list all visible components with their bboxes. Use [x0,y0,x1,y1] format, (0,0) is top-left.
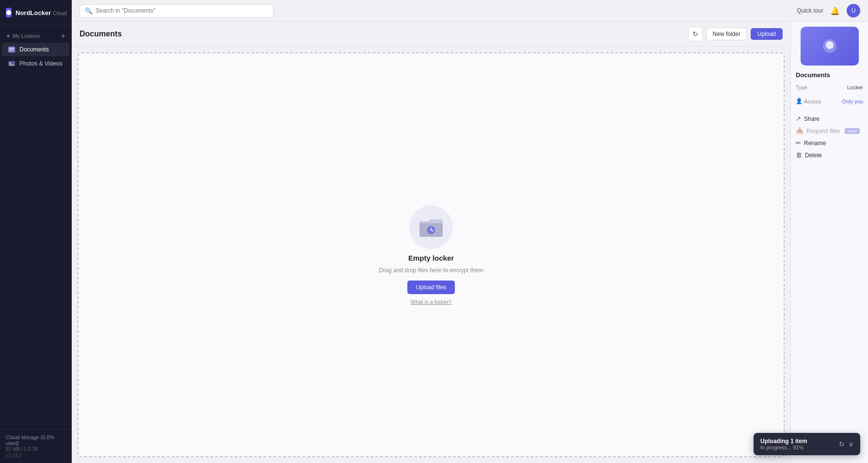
documents-icon [8,46,16,53]
rename-action[interactable]: ✏ Rename [796,138,863,148]
sidebar-footer: Cloud storage (0.0% used) 52 MB / 1.0 TB… [0,429,71,463]
share-label: Share [804,116,820,122]
rename-label: Rename [804,140,826,147]
toast-actions[interactable]: ↻ ∨ [839,440,853,448]
app-logo: NordLockerCloud [0,0,71,26]
request-files-action: 📥 Request files Soon [796,126,863,135]
toast-title: Uploading 1 item [760,438,834,445]
storage-info: Cloud storage (0.0% used) [6,434,65,446]
empty-subtitle: Drag and drop files here to encrypt them [379,267,483,274]
delete-action[interactable]: 🗑 Delete [796,150,863,160]
right-panel: Documents Type Locker 👤 Access Only you [790,22,868,463]
panel-type-row: Type Locker [796,84,863,90]
version-label: v3.14.2 [6,453,65,458]
type-value: Locker [847,84,863,90]
delete-icon: 🗑 [796,151,802,159]
upload-toast: Uploading 1 item In progress... 91% ↻ ∨ [754,433,860,455]
avatar[interactable]: U [847,4,860,17]
folder-icon-wrap [409,205,453,249]
quick-tour-button[interactable]: Quick tour [797,7,823,14]
search-box[interactable]: 🔍 [80,4,273,17]
type-label: Type [796,84,807,90]
request-files-label: Request files [806,128,840,134]
locker-thumbnail [801,27,859,66]
panel-title: Documents [796,71,863,79]
request-files-icon: 📥 [796,127,804,134]
empty-folder-icon [418,215,444,240]
upload-files-button[interactable]: Upload files [407,281,455,294]
delete-label: Delete [805,152,822,159]
svg-rect-2 [9,50,13,50]
my-lockers-header[interactable]: ▼ My Lockers + [0,30,71,42]
add-locker-button[interactable]: + [61,32,65,40]
refresh-button[interactable]: ↻ [688,27,703,41]
toast-expand-icon[interactable]: ∨ [849,440,853,448]
rename-icon: ✏ [796,139,801,147]
notifications-icon[interactable]: 🔔 [830,6,840,16]
sidebar-item-photos[interactable]: Photos & Videos [2,57,69,70]
sidebar: NordLockerCloud ▼ My Lockers + Documents [0,0,72,463]
photos-icon [8,60,16,67]
share-action[interactable]: ↗ Share [796,114,863,123]
storage-detail: 52 MB / 1.0 TB [6,446,65,452]
share-icon: ↗ [796,115,801,122]
new-folder-button[interactable]: New folder [707,28,747,40]
panel-access-row: 👤 Access Only you [796,98,863,104]
access-label: Access [804,99,821,104]
empty-title: Empty locker [408,254,454,262]
drop-zone[interactable]: Empty locker Drag and drop files here to… [78,52,785,457]
access-value: Only you [842,99,863,104]
file-browser-header: Documents ↻ New folder Upload [72,22,790,47]
my-lockers-section: ▼ My Lockers + Documents [0,26,71,75]
my-lockers-label: My Lockers [13,33,40,39]
topbar: 🔍 Quick tour 🔔 U [72,0,868,22]
main-area: 🔍 Quick tour 🔔 U Documents ↻ New folder … [72,0,868,463]
logo-wordmark: NordLockerCloud [16,9,67,17]
soon-badge: Soon [845,128,860,134]
empty-state: Empty locker Drag and drop files here to… [379,205,483,305]
upload-button[interactable]: Upload [751,28,783,40]
header-actions: ↻ New folder Upload [688,27,783,41]
photos-label: Photos & Videos [19,60,63,67]
search-input[interactable] [96,7,268,14]
page-title: Documents [80,30,684,38]
sidebar-item-documents[interactable]: Documents [2,43,69,56]
search-icon: 🔍 [85,7,93,15]
panel-actions: ↗ Share 📥 Request files Soon ✏ Rename 🗑 … [796,114,863,160]
toast-info: Uploading 1 item In progress... 91% [760,438,834,450]
file-browser: Documents ↻ New folder Upload [72,22,790,463]
documents-label: Documents [19,46,49,53]
svg-rect-1 [9,48,14,49]
toast-refresh-icon[interactable]: ↻ [839,440,845,448]
what-is-locker-link[interactable]: What is a locker? [411,299,451,305]
toast-subtitle: In progress... 91% [760,445,834,450]
logo-icon [6,8,12,17]
topbar-right: Quick tour 🔔 U [797,4,860,17]
content-area: Documents ↻ New folder Upload [72,22,868,463]
